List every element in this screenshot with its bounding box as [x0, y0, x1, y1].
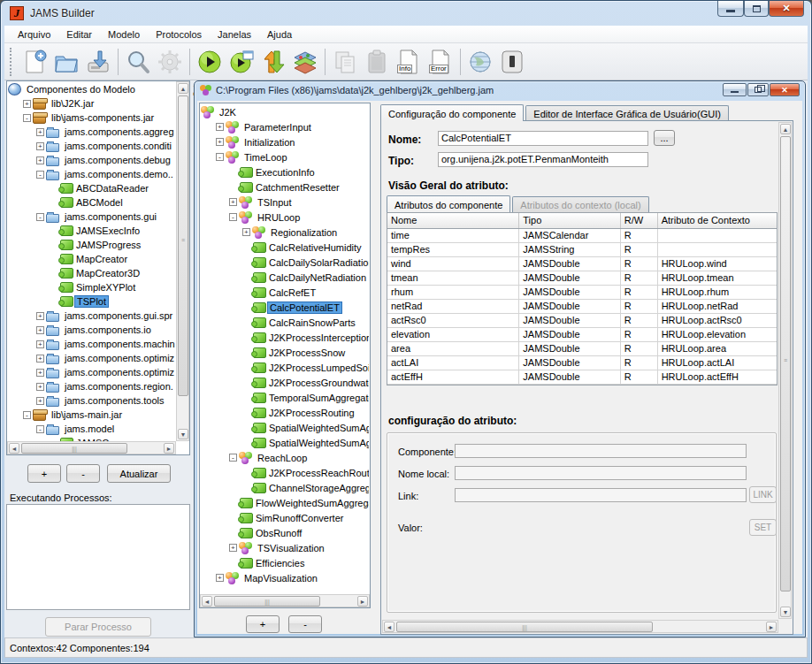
- tree-node-initialization[interactable]: +Initialization: [201, 134, 369, 149]
- tree-node-simplexyplot[interactable]: SimpleXYPlot: [8, 280, 176, 294]
- table-row[interactable]: netRadJAMSDoubleRHRULoop.netRad: [387, 300, 777, 314]
- maximize-button[interactable]: [744, 1, 769, 17]
- collapse-handle-icon[interactable]: -: [227, 454, 239, 462]
- tree-node-parameterinput[interactable]: +ParameterInput: [201, 119, 369, 134]
- browse-button[interactable]: ...: [654, 130, 675, 146]
- tree-node-hruloop[interactable]: -HRULoop: [201, 210, 369, 225]
- open-model-button[interactable]: [50, 46, 82, 78]
- tree-node-calcrefet[interactable]: CalcRefET: [201, 285, 369, 300]
- collapse-handle-icon[interactable]: -: [21, 411, 33, 419]
- new-model-button[interactable]: [19, 46, 50, 78]
- model-restore-button[interactable]: [747, 83, 769, 96]
- tree-node-j2kprocessreachrouting[interactable]: J2KProcessReachRouting: [201, 465, 369, 480]
- link-button[interactable]: LINK: [749, 486, 777, 503]
- tree-node-jams-components-tools[interactable]: +jams.components.tools: [8, 393, 176, 408]
- tree-node-abcdatareader[interactable]: ABCDataReader: [8, 181, 176, 195]
- tree-node-executioninfo[interactable]: ExecutionInfo: [201, 164, 369, 179]
- table-row[interactable]: areaJAMSDoubleRHRULoop.area: [387, 342, 777, 356]
- tree-node-calcdailysolarradiation[interactable]: CalcDailySolarRadiation: [201, 255, 369, 270]
- expand-handle-icon[interactable]: +: [21, 100, 33, 108]
- table-row[interactable]: actEffHJAMSDoubleRHRULoop.actEffH: [387, 370, 777, 385]
- library-tree-hscrollbar[interactable]: ◄ ||| ►: [7, 441, 176, 454]
- expand-handle-icon[interactable]: +: [34, 142, 46, 150]
- expand-handle-icon[interactable]: +: [241, 228, 252, 236]
- name-field[interactable]: CalcPotentialET: [438, 131, 648, 146]
- run-model-button[interactable]: [194, 46, 226, 78]
- model-remove-button[interactable]: -: [288, 615, 322, 633]
- tree-node-tsplot[interactable]: TSPlot: [8, 294, 176, 309]
- expand-handle-icon[interactable]: +: [34, 383, 46, 391]
- expand-handle-icon[interactable]: +: [34, 355, 46, 363]
- tree-node-j2kprocessinterception[interactable]: J2KProcessInterception: [201, 330, 369, 345]
- library-add-button[interactable]: +: [27, 464, 61, 483]
- tree-node-j2kprocessgroundwater[interactable]: J2KProcessGroundwater: [201, 375, 369, 390]
- scroll-right-arrow[interactable]: ►: [357, 596, 368, 607]
- model-close-button[interactable]: ✕: [770, 83, 800, 96]
- model-upload-download-button[interactable]: [257, 46, 289, 78]
- tab-component-config[interactable]: Configuração do componente: [380, 104, 524, 121]
- device-toggle-button[interactable]: [496, 46, 528, 78]
- scroll-right-arrow[interactable]: ►: [766, 622, 777, 632]
- tree-node-channelstorageaggregat[interactable]: ChannelStorageAggregat: [201, 480, 369, 495]
- tree-node-catchmentresetter[interactable]: CatchmentResetter: [201, 179, 369, 195]
- collapse-handle-icon[interactable]: -: [34, 171, 46, 179]
- menu-janelas[interactable]: Janelas: [210, 27, 259, 42]
- scroll-down-arrow[interactable]: ▼: [780, 607, 791, 617]
- type-field[interactable]: org.unijena.j2k.potET.PenmanMonteith: [438, 152, 648, 167]
- tree-node-calcrelativehumidity[interactable]: CalcRelativeHumidity: [201, 240, 369, 255]
- tree-node-spatialweightedsumaggr[interactable]: SpatialWeightedSumAggr: [201, 420, 369, 435]
- tree-node-jamsexecinfo[interactable]: JAMSExecInfo: [8, 224, 176, 238]
- web-button[interactable]: [464, 46, 496, 78]
- tree-node-jams-components-region-[interactable]: +jams.components.region.: [8, 379, 176, 393]
- table-row[interactable]: actRsc0JAMSDoubleRHRULoop.actRsc0: [387, 314, 777, 328]
- menu-editar[interactable]: Editar: [58, 27, 100, 42]
- settings-button[interactable]: [154, 46, 186, 78]
- tree-node-temporalsumaggregator[interactable]: TemporalSumAggregator: [201, 390, 369, 405]
- column-header-atributo-de-contexto[interactable]: Atributo de Contexto: [658, 213, 777, 228]
- expand-handle-icon[interactable]: +: [34, 156, 46, 164]
- tree-node-jams-components-conditi[interactable]: +jams.components.conditi: [8, 139, 176, 153]
- run-model-gui-button[interactable]: [226, 46, 257, 78]
- menu-arquivo[interactable]: Arquivo: [10, 27, 58, 42]
- tab-component-attributes[interactable]: Atributos do componente: [387, 195, 510, 212]
- column-header-r-w[interactable]: R/W: [621, 213, 658, 228]
- column-header-nome[interactable]: Nome: [387, 213, 519, 228]
- column-header-tipo[interactable]: Tipo: [519, 213, 620, 228]
- running-processes-list[interactable]: [6, 504, 190, 610]
- tab-gui-editor[interactable]: Editor de Interface Gráfica de Usuário(G…: [525, 105, 729, 121]
- expand-handle-icon[interactable]: +: [34, 128, 46, 136]
- model-add-button[interactable]: +: [246, 615, 280, 633]
- table-row[interactable]: windJAMSDoubleRHRULoop.wind: [387, 257, 777, 271]
- save-model-button[interactable]: [82, 46, 114, 78]
- menu-ajuda[interactable]: Ajuda: [259, 27, 300, 42]
- tree-node-timeloop[interactable]: -TimeLoop: [201, 149, 369, 164]
- tree-node-mapcreator[interactable]: MapCreator: [8, 252, 176, 266]
- tree-node-efficiencies[interactable]: Efficiencies: [201, 555, 369, 570]
- tree-node-lib-jams-components-jar[interactable]: -lib\jams-components.jar: [8, 111, 176, 125]
- tree-node-jamsprogress[interactable]: JAMSProgress: [8, 238, 176, 252]
- table-row[interactable]: rhumJAMSDoubleRHRULoop.rhum: [387, 286, 777, 300]
- tree-node-abcmodel[interactable]: ABCModel: [8, 195, 176, 210]
- set-button[interactable]: SET: [749, 519, 777, 536]
- tree-node-calcrainsnowparts[interactable]: CalcRainSnowParts: [201, 315, 369, 330]
- tree-node-jams-components-optimiz[interactable]: +jams.components.optimiz: [8, 365, 176, 379]
- collapse-handle-icon[interactable]: -: [227, 213, 239, 221]
- tree-node-j2kprocessrouting[interactable]: J2KProcessRouting: [201, 405, 369, 420]
- tree-node-jams-components-debug[interactable]: +jams.components.debug: [8, 153, 176, 167]
- scroll-right-arrow[interactable]: ►: [164, 443, 174, 454]
- expand-handle-icon[interactable]: +: [34, 326, 46, 334]
- tree-node-mapcreator3d[interactable]: MapCreator3D: [8, 266, 176, 280]
- expand-handle-icon[interactable]: +: [34, 340, 46, 348]
- search-button[interactable]: [122, 46, 154, 78]
- model-tree-hscrollbar[interactable]: ◄ ||| ►: [200, 594, 370, 607]
- table-row[interactable]: actLAIJAMSDoubleRHRULoop.actLAI: [387, 356, 777, 370]
- library-tree-vscrollbar[interactable]: ▲ ≡ ▼: [176, 81, 189, 441]
- tree-node-jams-components-optimiz[interactable]: +jams.components.optimiz: [8, 351, 176, 365]
- scroll-left-arrow[interactable]: ◄: [384, 622, 395, 632]
- scroll-up-arrow[interactable]: ▲: [780, 124, 791, 134]
- config-hscrollbar[interactable]: ◄ ||| ►: [382, 620, 778, 633]
- tree-node-calcpotentialet[interactable]: CalcPotentialET: [201, 300, 369, 315]
- config-vscrollbar[interactable]: ▲ ≡ ▼: [778, 122, 792, 619]
- table-row[interactable]: timeJAMSCalendarR: [387, 229, 777, 243]
- expand-handle-icon[interactable]: +: [227, 544, 239, 552]
